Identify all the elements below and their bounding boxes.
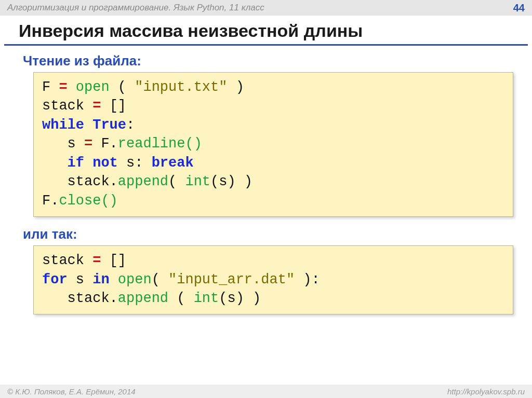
code-fn: int bbox=[185, 174, 210, 189]
code-kw: while bbox=[42, 117, 84, 133]
section-read-from-file: Чтение из файла: bbox=[23, 53, 532, 69]
code-text: stack bbox=[42, 98, 84, 114]
code-text: ): bbox=[295, 272, 320, 287]
code-str: "input_arr.dat" bbox=[168, 272, 295, 287]
code-kw: break bbox=[152, 155, 194, 171]
header-bar: Алгоритмизация и программирование. Язык … bbox=[0, 0, 532, 16]
code-fn: append bbox=[118, 291, 168, 306]
code-fn: open bbox=[76, 79, 110, 95]
code-text: s: bbox=[126, 155, 143, 171]
title-rule bbox=[4, 44, 528, 46]
page-title: Инверсия массива неизвестной длины bbox=[0, 16, 532, 44]
code-text: (s) ) bbox=[210, 174, 252, 189]
page-number: 44 bbox=[513, 2, 525, 14]
copyright: © К.Ю. Поляков, Е.А. Ерёмин, 2014 bbox=[7, 387, 136, 396]
code-op: = bbox=[84, 136, 92, 152]
code-text: stack. bbox=[68, 174, 118, 189]
code-block-2: stack = [] for s in open( "input_arr.dat… bbox=[33, 245, 513, 314]
code-text: ( bbox=[152, 272, 168, 287]
code-fn: readline() bbox=[118, 136, 202, 152]
code-text: ( bbox=[168, 174, 185, 189]
code-text: s bbox=[76, 272, 84, 287]
code-text: [] bbox=[110, 98, 126, 114]
code-text: stack bbox=[42, 253, 84, 268]
code-text: (s) ) bbox=[219, 291, 261, 306]
code-text: : bbox=[126, 117, 135, 133]
code-fn: int bbox=[194, 291, 219, 306]
code-pad bbox=[168, 291, 177, 306]
code-fn: open bbox=[118, 272, 152, 287]
breadcrumb: Алгоритмизация и программирование. Язык … bbox=[7, 3, 264, 13]
code-str: "input.txt" bbox=[135, 79, 227, 95]
code-op: = bbox=[92, 98, 101, 114]
slide: Алгоритмизация и программирование. Язык … bbox=[0, 0, 532, 398]
code-op: = bbox=[59, 79, 67, 95]
code-op: = bbox=[92, 253, 101, 268]
code-pad bbox=[42, 174, 68, 189]
code-text: ( bbox=[177, 291, 193, 306]
code-pad bbox=[110, 272, 118, 287]
code-text: [] bbox=[110, 253, 126, 268]
code-kw: in bbox=[92, 272, 109, 287]
code-text: F. bbox=[42, 193, 59, 209]
code-text: F. bbox=[101, 136, 117, 152]
code-pad bbox=[42, 155, 68, 171]
code-kw: True bbox=[92, 117, 126, 133]
code-text: ) bbox=[236, 79, 244, 95]
code-pad bbox=[42, 291, 68, 306]
footer-bar: © К.Ю. Поляков, Е.А. Ерёмин, 2014 http:/… bbox=[0, 385, 532, 398]
code-text: s bbox=[68, 136, 76, 152]
code-text: stack. bbox=[68, 291, 118, 306]
code-text: F bbox=[42, 79, 50, 95]
site-url: http://kpolyakov.spb.ru bbox=[447, 387, 525, 396]
code-text: ( bbox=[118, 79, 126, 95]
content: Чтение из файла: F = open ( "input.txt" … bbox=[0, 48, 532, 314]
code-kw: if bbox=[68, 155, 84, 171]
section-or-this-way: или так: bbox=[23, 226, 532, 242]
code-fn: append bbox=[118, 174, 168, 189]
code-kw: not bbox=[92, 155, 118, 171]
code-kw: for bbox=[42, 272, 68, 287]
code-pad bbox=[42, 136, 68, 152]
code-block-1: F = open ( "input.txt" ) stack = [] whil… bbox=[33, 72, 513, 217]
code-fn: close() bbox=[59, 193, 117, 209]
